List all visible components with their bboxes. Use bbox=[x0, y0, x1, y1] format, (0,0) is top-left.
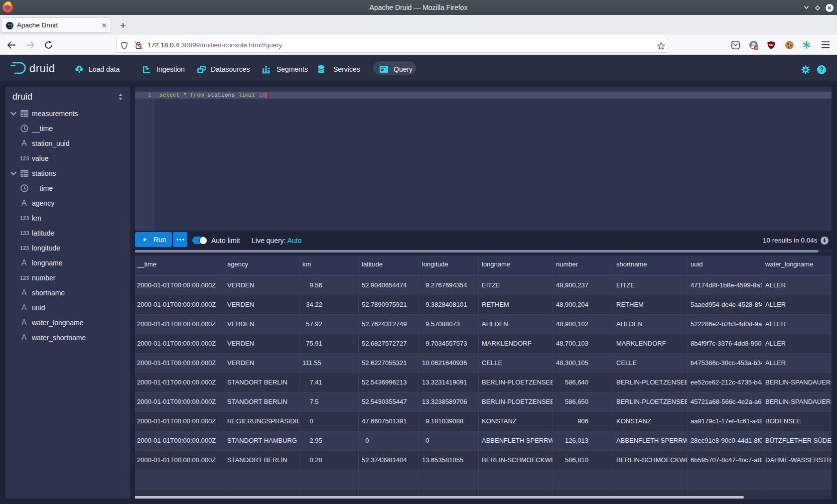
svg-text:?: ? bbox=[820, 66, 824, 73]
svg-text:UO: UO bbox=[769, 43, 774, 46]
